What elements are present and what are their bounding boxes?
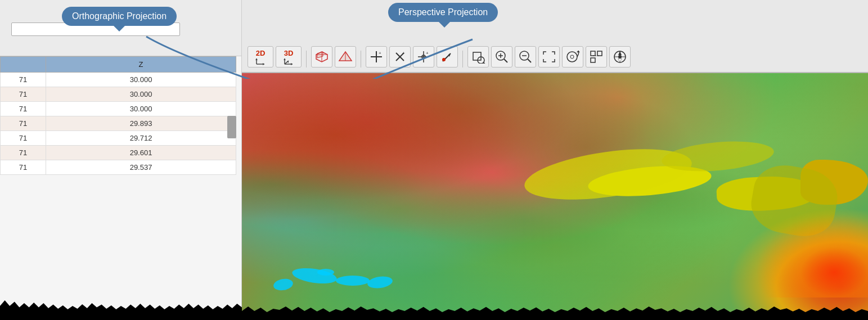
svg-marker-8 (291, 63, 293, 65)
svg-marker-2 (255, 58, 258, 60)
table-container: Z 7130.0007130.0007130.0007129.8937129.7… (0, 56, 236, 320)
scrollbar[interactable] (227, 116, 236, 138)
btn-box[interactable] (311, 46, 332, 67)
svg-rect-44 (597, 51, 602, 56)
btn-delete-point[interactable]: + (389, 46, 411, 67)
table-cell-z: 29.601 (46, 146, 236, 160)
2d-label: 2D (256, 49, 266, 57)
svg-marker-7 (284, 58, 286, 60)
btn-move-point[interactable]: + (413, 46, 434, 67)
svg-text:+: + (379, 51, 381, 56)
col-z-header: Z (46, 57, 236, 73)
snap-icon (589, 49, 604, 64)
table-cell-z: 29.712 (46, 131, 236, 146)
water-feature-5 (317, 269, 334, 276)
svg-point-40 (567, 52, 577, 62)
terrain-hot-area-2 (755, 213, 868, 298)
right-panel: 2D 3D (242, 0, 868, 320)
3d-label: 3D (284, 49, 294, 57)
table-row: 7129.601 (1, 146, 236, 160)
svg-text:+: + (402, 51, 405, 56)
table-cell-id: 71 (1, 146, 46, 160)
svg-line-36 (504, 59, 507, 62)
btn-wedge[interactable] (335, 46, 356, 67)
svg-point-29 (442, 58, 446, 61)
svg-point-52 (618, 55, 622, 58)
table-cell-id: 71 (1, 102, 46, 116)
svg-marker-50 (618, 51, 622, 55)
svg-rect-43 (591, 51, 595, 56)
table-cell-id: 71 (1, 87, 46, 102)
table-cell-id: 71 (1, 116, 46, 131)
search-input-area (0, 0, 241, 42)
btn-snap[interactable] (586, 46, 607, 67)
btn-north[interactable] (609, 46, 631, 67)
3d-icon: 3D (283, 49, 294, 65)
table-row: 7130.000 (1, 73, 236, 87)
btn-3d[interactable]: 3D (276, 46, 302, 67)
svg-marker-16 (339, 52, 352, 61)
svg-marker-3 (263, 63, 264, 65)
move-point-icon: + (417, 50, 430, 64)
wedge-icon (338, 51, 353, 63)
left-panel: Z 7130.0007130.0007130.0007129.8937129.7… (0, 0, 242, 320)
svg-line-39 (528, 59, 531, 62)
zoom-out-icon (519, 50, 532, 64)
main-container: Z 7130.0007130.0007130.0007129.8937129.7… (0, 0, 868, 320)
toolbar-divider-3 (462, 51, 463, 67)
zoom-in-icon (495, 50, 509, 64)
table-row: 7130.000 (1, 87, 236, 102)
draw-icon (440, 50, 454, 64)
col-id-header (1, 57, 46, 73)
toolbar-divider-1 (306, 51, 307, 67)
search-box[interactable] (11, 22, 180, 36)
table-cell-z: 30.000 (46, 87, 236, 102)
data-table: Z 7130.0007130.0007130.0007129.8937129.7… (0, 56, 236, 175)
svg-rect-45 (591, 58, 595, 62)
table-cell-z: 30.000 (46, 102, 236, 116)
svg-text:+: + (426, 51, 429, 56)
table-row: 7129.712 (1, 131, 236, 146)
table-cell-z: 29.537 (46, 160, 236, 175)
btn-zoom-box[interactable] (467, 46, 489, 67)
table-cell-z: 29.893 (46, 116, 236, 131)
svg-marker-42 (577, 51, 580, 52)
2d-icon: 2D (255, 49, 266, 65)
btn-2d[interactable]: 2D (248, 46, 273, 67)
svg-rect-30 (473, 52, 481, 60)
table-cell-id: 71 (1, 73, 46, 87)
svg-point-41 (570, 55, 574, 58)
btn-add-point[interactable]: + (366, 46, 387, 67)
delete-point-icon: + (393, 50, 407, 64)
add-point-icon: + (370, 50, 383, 64)
table-cell-z: 30.000 (46, 73, 236, 87)
toolbar: 2D 3D (242, 0, 868, 73)
water-feature-3 (336, 276, 370, 286)
svg-marker-51 (618, 58, 622, 62)
top-bar-left (0, 0, 241, 56)
north-icon (613, 49, 627, 64)
zoom-box-icon (471, 50, 485, 64)
table-cell-id: 71 (1, 160, 46, 175)
toolbar-divider-2 (361, 51, 361, 67)
btn-zoom-prev[interactable] (562, 46, 583, 67)
svg-line-32 (483, 62, 485, 64)
btn-fit[interactable] (538, 46, 560, 67)
btn-zoom-in[interactable] (491, 46, 512, 67)
2d-axes-icon (255, 57, 266, 65)
btn-zoom-out[interactable] (515, 46, 536, 67)
3d-axes-icon (283, 57, 294, 65)
table-cell-id: 71 (1, 131, 46, 146)
zoom-prev-icon (565, 49, 581, 64)
table-row: 7129.893 (1, 116, 236, 131)
fit-icon (542, 50, 556, 64)
table-row: 7130.000 (1, 102, 236, 116)
btn-draw[interactable] (437, 46, 458, 67)
terrain-canvas (242, 73, 868, 320)
table-row: 7129.537 (1, 160, 236, 175)
viewport-3d (242, 73, 868, 320)
table-header-row: Z (1, 57, 236, 73)
box-icon (315, 51, 329, 63)
